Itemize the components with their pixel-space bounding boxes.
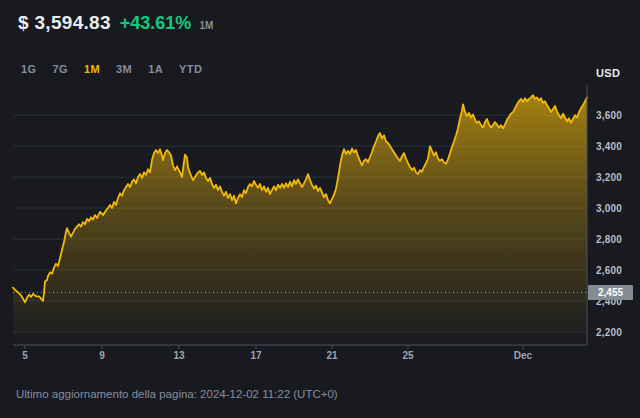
y-axis-label-3400: 3,400	[596, 141, 622, 152]
x-axis-label-25: 25	[402, 350, 413, 361]
crypto-price-chart-widget: $ 3,594.83 +43.61% 1M 1G7G1M3M1AYTD USD …	[0, 0, 640, 418]
x-axis-label-dec: Dec	[514, 350, 532, 361]
x-axis-label-9: 9	[99, 350, 105, 361]
open-price-badge: 2,455	[588, 285, 633, 300]
x-axis-label-13: 13	[173, 350, 184, 361]
x-axis-label-17: 17	[250, 350, 261, 361]
y-axis-label-2800: 2,800	[596, 233, 622, 244]
y-axis-label-3200: 3,200	[596, 172, 622, 183]
y-axis-label-2200: 2,200	[596, 326, 622, 337]
price-chart-canvas[interactable]	[0, 0, 640, 418]
y-axis-label-3000: 3,000	[596, 203, 622, 214]
last-updated-text: Ultimo aggiornamento della pagina: 2024-…	[16, 388, 338, 400]
x-axis-label-21: 21	[326, 350, 337, 361]
x-axis-label-5: 5	[22, 350, 28, 361]
area-fill	[13, 95, 587, 345]
y-axis-label-2600: 2,600	[596, 264, 622, 275]
y-axis-label-3600: 3,600	[596, 110, 622, 121]
